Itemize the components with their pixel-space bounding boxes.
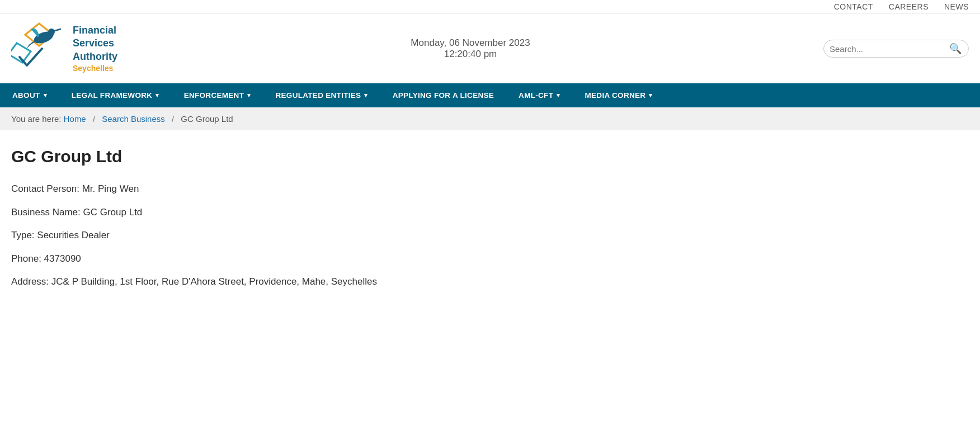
logo-icon: [11, 21, 67, 77]
phone-label: Phone:: [11, 253, 44, 264]
type-value: Securities Dealer: [37, 230, 109, 240]
search-input[interactable]: [830, 44, 948, 54]
chevron-down-icon: ▾: [364, 92, 368, 99]
site-header: Financial Services Authority Seychelles …: [0, 14, 980, 83]
nav-label-legal-framework: LEGAL FRAMEWORK: [72, 91, 153, 100]
nav-label-enforcement: ENFORCEMENT: [184, 91, 244, 100]
header-right: 🔍: [823, 40, 969, 58]
business-name-label: Business Name:: [11, 207, 83, 218]
search-box[interactable]: 🔍: [823, 40, 969, 58]
nav-item-applying-license[interactable]: APPLYING FOR A LICENSE: [380, 83, 506, 107]
address-value: JC& P Building, 1st Floor, Rue D'Ahora S…: [51, 276, 377, 287]
breadcrumb-separator-2: /: [172, 114, 174, 124]
you-are-here-label: You are here:: [11, 114, 62, 124]
main-content: GC Group Ltd Contact Person: Mr. Ping We…: [0, 130, 980, 320]
address-label: Address:: [11, 276, 51, 287]
type-line: Type: Securities Dealer: [11, 228, 969, 243]
svg-line-4: [55, 29, 60, 31]
logo-text: Financial Services Authority Seychelles: [73, 24, 117, 73]
nav-item-aml-cft[interactable]: AML-CFT ▾: [506, 83, 572, 107]
chevron-down-icon: ▾: [44, 92, 47, 99]
business-name-line: Business Name: GC Group Ltd: [11, 205, 969, 220]
nav-label-aml-cft: AML-CFT: [519, 91, 553, 100]
logo-container[interactable]: Financial Services Authority Seychelles: [11, 21, 117, 77]
nav-label-media-corner: MEDIA CORNER: [585, 91, 646, 100]
address-line: Address: JC& P Building, 1st Floor, Rue …: [11, 275, 969, 289]
contact-person-value: Mr. Ping Wen: [82, 183, 139, 194]
contact-person-label: Contact Person:: [11, 183, 82, 194]
nav-label-applying-license: APPLYING FOR A LICENSE: [393, 91, 494, 100]
current-time: 12:20:40 pm: [411, 49, 530, 60]
nav-item-legal-framework[interactable]: LEGAL FRAMEWORK ▾: [59, 83, 172, 107]
breadcrumb: You are here: Home / Search Business / G…: [0, 107, 980, 130]
nav-label-regulated-entities: REGULATED ENTITIES: [276, 91, 361, 100]
header-datetime: Monday, 06 November 2023 12:20:40 pm: [411, 37, 530, 60]
nav-item-regulated-entities[interactable]: REGULATED ENTITIES ▾: [263, 83, 380, 107]
breadcrumb-search-business[interactable]: Search Business: [102, 114, 165, 124]
current-date: Monday, 06 November 2023: [411, 37, 530, 49]
business-name-value: GC Group Ltd: [83, 207, 143, 218]
header-left: Financial Services Authority Seychelles: [11, 21, 117, 77]
breadcrumb-home[interactable]: Home: [64, 114, 86, 124]
main-nav: ABOUT ▾ LEGAL FRAMEWORK ▾ ENFORCEMENT ▾ …: [0, 83, 980, 107]
top-utility-bar: CONTACT CAREERS NEWS: [0, 0, 980, 14]
nav-label-about: ABOUT: [12, 91, 40, 100]
breadcrumb-separator-1: /: [93, 114, 95, 124]
contact-link[interactable]: CONTACT: [834, 2, 873, 11]
phone-value: 4373090: [44, 253, 81, 264]
nav-item-enforcement[interactable]: ENFORCEMENT ▾: [172, 83, 263, 107]
page-title: GC Group Ltd: [11, 147, 969, 166]
type-label: Type:: [11, 230, 37, 240]
chevron-down-icon: ▾: [156, 92, 159, 99]
careers-link[interactable]: CAREERS: [889, 2, 929, 11]
chevron-down-icon: ▾: [649, 92, 652, 99]
svg-point-3: [48, 29, 55, 35]
phone-line: Phone: 4373090: [11, 252, 969, 266]
chevron-down-icon: ▾: [557, 92, 560, 99]
chevron-down-icon: ▾: [247, 92, 251, 99]
contact-person-line: Contact Person: Mr. Ping Wen: [11, 182, 969, 196]
nav-item-about[interactable]: ABOUT ▾: [0, 83, 59, 107]
search-button[interactable]: 🔍: [948, 42, 963, 55]
nav-item-media-corner[interactable]: MEDIA CORNER ▾: [573, 83, 665, 107]
breadcrumb-current: GC Group Ltd: [181, 114, 233, 124]
news-link[interactable]: NEWS: [944, 2, 969, 11]
